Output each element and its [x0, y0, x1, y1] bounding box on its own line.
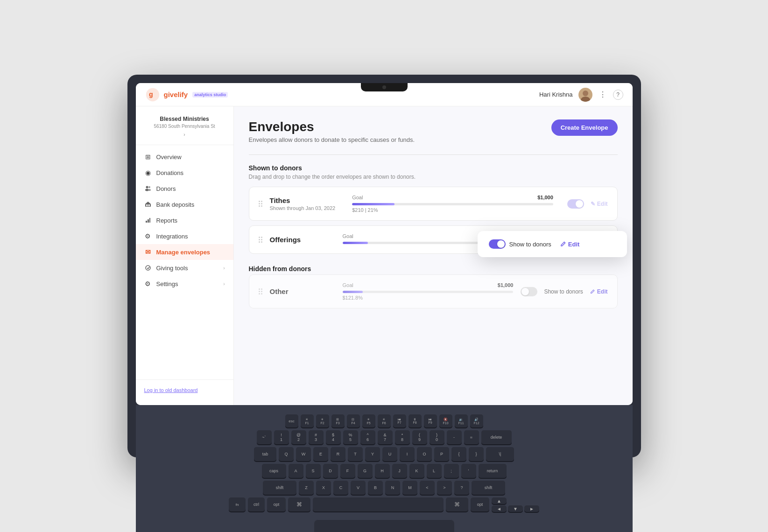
key-minus[interactable]: - — [447, 430, 462, 444]
key-z[interactable]: Z — [299, 481, 314, 495]
key-f11[interactable]: 🔉F11 — [455, 414, 468, 427]
more-options-icon[interactable]: ⋮ — [598, 90, 607, 99]
key-rcmd[interactable]: ⌘ — [446, 497, 468, 511]
key-tab[interactable]: tab — [254, 447, 276, 461]
key-f12[interactable]: 🔊F12 — [470, 414, 483, 427]
key-backslash[interactable]: \| — [486, 447, 514, 461]
key-j[interactable]: J — [392, 464, 407, 478]
sidebar-item-donors[interactable]: Donors — [136, 181, 233, 196]
key-h[interactable]: H — [375, 464, 390, 478]
key-u[interactable]: U — [382, 447, 397, 461]
key-fn[interactable]: fn — [229, 497, 246, 511]
key-right[interactable]: ► — [524, 505, 539, 512]
key-f3[interactable]: ⊞F3 — [331, 414, 345, 427]
key-1[interactable]: !1 — [274, 430, 289, 444]
key-r[interactable]: R — [331, 447, 345, 461]
key-ropt[interactable]: opt — [471, 497, 489, 511]
key-n[interactable]: N — [385, 481, 400, 495]
key-f8[interactable]: ⏸F8 — [409, 414, 422, 427]
key-left[interactable]: ◄ — [492, 505, 507, 512]
key-e[interactable]: E — [313, 447, 328, 461]
trackpad[interactable] — [314, 519, 454, 532]
popup-toggle[interactable] — [489, 239, 506, 249]
key-f[interactable]: F — [340, 464, 355, 478]
key-m[interactable]: M — [402, 481, 417, 495]
key-f4[interactable]: ⊟F4 — [347, 414, 360, 427]
create-envelope-button[interactable]: Create Envelope — [551, 119, 618, 136]
key-5[interactable]: %5 — [343, 430, 358, 444]
key-v[interactable]: V — [351, 481, 366, 495]
key-0[interactable]: )0 — [430, 430, 444, 444]
key-t[interactable]: T — [348, 447, 363, 461]
key-3[interactable]: #3 — [309, 430, 324, 444]
org-link[interactable]: › — [183, 132, 185, 137]
key-f1[interactable]: ☀F1 — [301, 414, 314, 427]
key-x[interactable]: X — [316, 481, 331, 495]
popup-edit-button[interactable]: Edit — [560, 241, 580, 248]
key-lbracket[interactable]: { — [451, 447, 466, 461]
key-ctrl[interactable]: ctrl — [248, 497, 265, 511]
key-b[interactable]: B — [368, 481, 383, 495]
key-rbracket[interactable]: } — [469, 447, 484, 461]
sidebar-item-giving-tools[interactable]: Giving tools › — [136, 260, 233, 276]
key-return[interactable]: return — [479, 464, 507, 478]
sidebar-item-donations[interactable]: ◉ Donations — [136, 165, 233, 181]
key-semi[interactable]: ; — [444, 464, 459, 478]
key-f9[interactable]: ⏭F9 — [424, 414, 437, 427]
key-a[interactable]: A — [289, 464, 303, 478]
key-4[interactable]: $4 — [326, 430, 341, 444]
tithes-drag-handle[interactable] — [259, 201, 262, 207]
key-i[interactable]: I — [400, 447, 415, 461]
key-q[interactable]: Q — [279, 447, 294, 461]
key-8[interactable]: *8 — [395, 430, 410, 444]
key-k[interactable]: K — [409, 464, 424, 478]
other-toggle[interactable] — [521, 287, 537, 296]
sidebar-item-overview[interactable]: ⊞ Overview — [136, 149, 233, 165]
offerings-drag-handle[interactable] — [259, 237, 262, 243]
key-down[interactable]: ▼ — [508, 505, 523, 512]
login-old-link[interactable]: Log in to old dashboard — [144, 387, 198, 393]
tithes-toggle[interactable] — [567, 199, 584, 209]
sidebar-item-manage-envelopes[interactable]: ✉ Manage envelopes — [136, 244, 233, 260]
key-delete[interactable]: delete — [481, 430, 512, 444]
key-period[interactable]: > — [437, 481, 452, 495]
key-quote[interactable]: ' — [461, 464, 476, 478]
sidebar-item-reports[interactable]: Reports — [136, 212, 233, 228]
key-space[interactable] — [313, 497, 444, 511]
key-y[interactable]: Y — [365, 447, 380, 461]
key-f7[interactable]: ⏮F7 — [393, 414, 406, 427]
key-f6[interactable]: ☀F6 — [378, 414, 391, 427]
key-slash[interactable]: ? — [454, 481, 469, 495]
key-l[interactable]: L — [427, 464, 442, 478]
sidebar-item-integrations[interactable]: ⚙ Integrations — [136, 228, 233, 244]
other-edit-button[interactable]: Edit — [590, 288, 608, 295]
key-c[interactable]: C — [333, 481, 348, 495]
key-g[interactable]: G — [358, 464, 373, 478]
key-lcmd[interactable]: ⌘ — [288, 497, 310, 511]
key-9[interactable]: (9 — [412, 430, 427, 444]
key-f10[interactable]: 🔇F10 — [439, 414, 452, 427]
key-p[interactable]: P — [434, 447, 449, 461]
key-lshift[interactable]: shift — [263, 481, 296, 495]
key-equals[interactable]: = — [464, 430, 479, 444]
key-d[interactable]: D — [323, 464, 338, 478]
key-esc[interactable]: esc — [285, 414, 298, 427]
user-avatar[interactable] — [578, 88, 592, 102]
key-tilde[interactable]: ~` — [257, 430, 272, 444]
key-7[interactable]: &7 — [378, 430, 393, 444]
key-comma[interactable]: < — [420, 481, 435, 495]
key-s[interactable]: S — [306, 464, 321, 478]
key-6[interactable]: ^6 — [360, 430, 375, 444]
tithes-edit-button[interactable]: ✎ Edit — [591, 201, 608, 207]
key-up[interactable]: ▲ — [492, 497, 507, 504]
key-rshift[interactable]: shift — [472, 481, 505, 495]
key-f5[interactable]: ☀F5 — [362, 414, 375, 427]
help-icon[interactable]: ? — [613, 90, 623, 100]
key-2[interactable]: @2 — [291, 430, 306, 444]
other-drag-handle[interactable] — [259, 288, 262, 294]
key-w[interactable]: W — [296, 447, 311, 461]
key-f2[interactable]: ☀F2 — [316, 414, 329, 427]
sidebar-item-bank-deposits[interactable]: Bank deposits — [136, 196, 233, 212]
key-caps[interactable]: caps — [262, 464, 286, 478]
key-o[interactable]: O — [417, 447, 432, 461]
